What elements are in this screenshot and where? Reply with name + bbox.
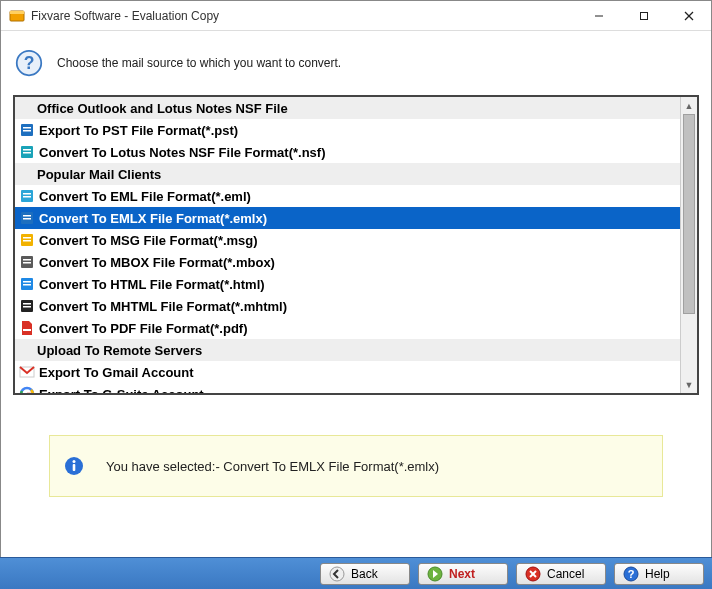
window-title: Fixvare Software - Evaluation Copy [31,9,576,23]
format-list-inner[interactable]: Office Outlook and Lotus Notes NSF FileE… [15,97,697,393]
svg-rect-16 [23,196,31,198]
format-option-label: Convert To EML File Format(*.eml) [39,189,251,204]
info-icon [64,456,84,476]
svg-text:?: ? [24,53,35,73]
svg-point-38 [330,567,344,581]
svg-rect-12 [23,149,31,151]
help-button[interactable]: ? Help [614,563,704,585]
instruction-bar: ? Choose the mail source to which you wa… [1,31,711,95]
info-message: You have selected:- Convert To EMLX File… [106,459,439,474]
back-label: Back [351,567,378,581]
svg-rect-1 [10,11,24,14]
svg-rect-18 [23,215,31,217]
svg-rect-15 [23,193,31,195]
svg-rect-3 [640,12,647,19]
format-option-label: Export To G-Suite Account [39,387,204,394]
next-arrow-icon [427,566,443,582]
format-option-label: Convert To Lotus Notes NSF File Format(*… [39,145,326,160]
format-option[interactable]: Convert To HTML File Format(*.html) [15,273,680,295]
maximize-button[interactable] [621,1,666,30]
format-option[interactable]: Convert To Lotus Notes NSF File Format(*… [15,141,680,163]
svg-rect-27 [23,281,31,283]
format-option-label: Export To PST File Format(*.pst) [39,123,238,138]
format-option-label: Convert To MHTML File Format(*.mhtml) [39,299,287,314]
app-icon [9,8,25,24]
svg-rect-30 [23,303,31,305]
svg-rect-31 [23,306,31,308]
svg-rect-22 [23,240,31,242]
footer: Back Next Cancel ? Help [0,557,712,589]
scroll-thumb[interactable] [683,114,695,314]
gsuite-icon [19,386,35,393]
cancel-button[interactable]: Cancel [516,563,606,585]
format-option[interactable]: Convert To MSG File Format(*.msg) [15,229,680,251]
back-button[interactable]: Back [320,563,410,585]
scroll-up-arrow[interactable]: ▲ [681,97,697,114]
svg-rect-13 [23,152,31,154]
section-header: Office Outlook and Lotus Notes NSF File [15,97,680,119]
svg-rect-37 [73,464,76,471]
html-icon [19,276,35,292]
format-option[interactable]: Export To PST File Format(*.pst) [15,119,680,141]
section-header: Upload To Remote Servers [15,339,680,361]
format-option-label: Export To Gmail Account [39,365,194,380]
scrollbar[interactable]: ▲ ▼ [680,97,697,393]
format-option-label: Convert To MBOX File Format(*.mbox) [39,255,275,270]
format-list: Office Outlook and Lotus Notes NSF FileE… [13,95,699,395]
svg-text:?: ? [628,568,635,580]
mbox-icon [19,254,35,270]
minimize-button[interactable] [576,1,621,30]
format-option[interactable]: Export To G-Suite Account [15,383,680,393]
svg-rect-10 [23,130,31,132]
cancel-icon [525,566,541,582]
gmail-icon [19,364,35,380]
format-option-label: Convert To PDF File Format(*.pdf) [39,321,247,336]
help-icon: ? [15,49,43,77]
instruction-text: Choose the mail source to which you want… [57,56,341,70]
format-option[interactable]: Convert To MBOX File Format(*.mbox) [15,251,680,273]
svg-rect-25 [23,262,31,264]
eml-icon [19,188,35,204]
titlebar: Fixvare Software - Evaluation Copy [1,1,711,31]
svg-rect-28 [23,284,31,286]
nsf-icon [19,144,35,160]
svg-rect-19 [23,218,31,220]
pdf-icon [19,320,35,336]
format-option[interactable]: Convert To EML File Format(*.eml) [15,185,680,207]
help-button-icon: ? [623,566,639,582]
scroll-down-arrow[interactable]: ▼ [681,376,697,393]
svg-rect-24 [23,259,31,261]
next-label: Next [449,567,475,581]
section-header: Popular Mail Clients [15,163,680,185]
info-panel: You have selected:- Convert To EMLX File… [49,435,663,497]
format-option[interactable]: Convert To MHTML File Format(*.mhtml) [15,295,680,317]
help-label: Help [645,567,670,581]
msg-icon [19,232,35,248]
mhtml-icon [19,298,35,314]
cancel-label: Cancel [547,567,584,581]
format-option-label: Convert To HTML File Format(*.html) [39,277,265,292]
back-arrow-icon [329,566,345,582]
pst-icon [19,122,35,138]
emlx-icon [19,210,35,226]
scroll-track[interactable] [681,114,697,376]
close-button[interactable] [666,1,711,30]
format-option-label: Convert To EMLX File Format(*.emlx) [39,211,267,226]
svg-rect-32 [23,329,31,331]
format-option-label: Convert To MSG File Format(*.msg) [39,233,258,248]
svg-point-36 [73,460,76,463]
format-option[interactable]: Convert To EMLX File Format(*.emlx) [15,207,680,229]
svg-rect-9 [23,127,31,129]
format-option[interactable]: Export To Gmail Account [15,361,680,383]
next-button[interactable]: Next [418,563,508,585]
svg-rect-21 [23,237,31,239]
format-option[interactable]: Convert To PDF File Format(*.pdf) [15,317,680,339]
